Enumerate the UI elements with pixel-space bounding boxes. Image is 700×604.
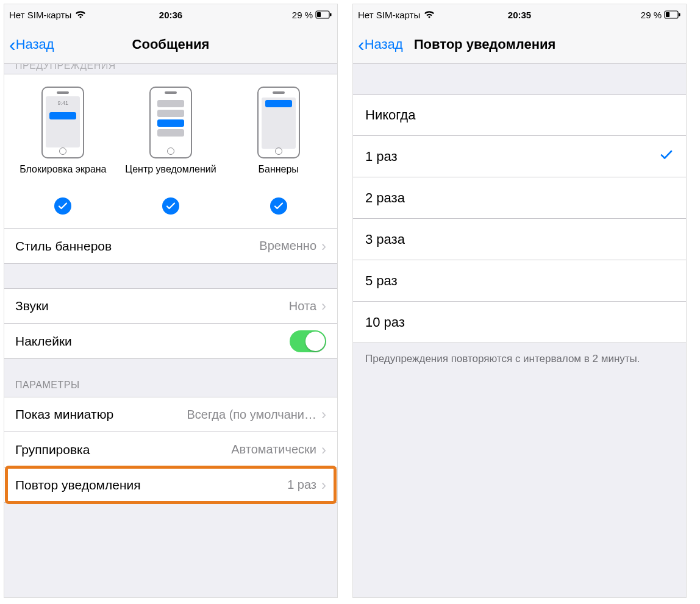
repeat-option[interactable]: Никогда bbox=[353, 94, 686, 136]
back-label: Назад bbox=[16, 37, 54, 52]
repeat-alerts-cell[interactable]: Повтор уведомления 1 раз › bbox=[4, 467, 337, 503]
params-section-header: ПАРАМЕТРЫ bbox=[4, 359, 337, 397]
lock-screen-icon: 9:41 bbox=[41, 87, 84, 158]
wifi-icon bbox=[424, 10, 435, 19]
svg-rect-4 bbox=[666, 12, 670, 17]
chevron-right-icon: › bbox=[321, 441, 326, 458]
previews-value: Всегда (по умолчани… bbox=[113, 408, 316, 422]
alert-style-center[interactable]: Центр уведомлений bbox=[117, 87, 225, 188]
banner-style-label: Стиль баннеров bbox=[15, 239, 112, 254]
mini-clock: 9:41 bbox=[58, 100, 69, 106]
alert-label-banners: Баннеры bbox=[258, 163, 298, 188]
option-label: 3 раза bbox=[365, 232, 405, 247]
alert-styles-row: 9:41 Блокировка экрана Центр уведомлений bbox=[4, 74, 337, 191]
sounds-value: Нота bbox=[49, 299, 316, 313]
repeat-option[interactable]: 1 раз bbox=[353, 136, 686, 177]
option-label: 5 раз bbox=[365, 273, 398, 289]
battery-icon bbox=[664, 10, 681, 19]
status-bar: Нет SIM-карты 20:36 29 % bbox=[4, 4, 337, 25]
svg-rect-1 bbox=[317, 12, 321, 17]
chevron-right-icon: › bbox=[321, 238, 326, 255]
chevron-left-icon: ‹ bbox=[9, 35, 16, 54]
repeat-option[interactable]: 10 раз bbox=[353, 302, 686, 343]
back-label: Назад bbox=[365, 37, 403, 52]
chevron-right-icon: › bbox=[321, 477, 326, 494]
status-time: 20:36 bbox=[159, 10, 182, 20]
alert-label-center: Центр уведомлений bbox=[125, 163, 216, 188]
previews-label: Показ миниатюр bbox=[15, 407, 113, 422]
battery-percent: 29 % bbox=[292, 10, 313, 20]
badges-toggle[interactable] bbox=[290, 330, 326, 352]
grouping-cell[interactable]: Группировка Автоматически › bbox=[4, 432, 337, 467]
option-label: 10 раз bbox=[365, 314, 405, 330]
back-button[interactable]: ‹ Назад bbox=[9, 35, 54, 54]
grouping-label: Группировка bbox=[15, 442, 90, 457]
alert-label-lock: Блокировка экрана bbox=[20, 163, 106, 188]
checkmark-icon bbox=[659, 147, 674, 166]
alert-style-banners[interactable]: Баннеры bbox=[224, 87, 332, 188]
repeat-option[interactable]: 2 раза bbox=[353, 177, 686, 219]
chevron-left-icon: ‹ bbox=[358, 35, 365, 54]
badges-cell: Наклейки bbox=[4, 324, 337, 359]
alert-checks-row bbox=[4, 191, 337, 229]
battery-icon bbox=[315, 10, 332, 19]
status-time: 20:35 bbox=[508, 10, 531, 20]
repeat-option[interactable]: 5 раз bbox=[353, 260, 686, 302]
nav-bar: ‹ Назад Сообщения bbox=[4, 25, 337, 64]
repeat-label: Повтор уведомления bbox=[15, 478, 141, 492]
banner-style-value: Временно bbox=[112, 239, 316, 253]
banner-style-cell[interactable]: Стиль баннеров Временно › bbox=[4, 229, 337, 264]
alert-style-lock[interactable]: 9:41 Блокировка экрана bbox=[9, 87, 117, 188]
option-label: 1 раз bbox=[365, 149, 398, 165]
footer-note: Предупреждения повторяются с интервалом … bbox=[353, 343, 686, 375]
previews-cell[interactable]: Показ миниатюр Всегда (по умолчани… › bbox=[4, 397, 337, 432]
banner-icon bbox=[257, 87, 300, 158]
carrier-text: Нет SIM-карты bbox=[358, 10, 420, 20]
check-lock[interactable] bbox=[54, 197, 71, 215]
back-button[interactable]: ‹ Назад bbox=[358, 35, 403, 54]
carrier-text: Нет SIM-карты bbox=[9, 10, 71, 20]
sounds-cell[interactable]: Звуки Нота › bbox=[4, 288, 337, 324]
wifi-icon bbox=[75, 10, 86, 19]
check-center[interactable] bbox=[162, 197, 179, 215]
right-screenshot: Нет SIM-карты 20:35 29 % ‹ Назад Повтор … bbox=[352, 4, 687, 598]
left-screenshot: Нет SIM-карты 20:36 29 % ‹ Назад Сообщен… bbox=[4, 4, 338, 598]
badges-label: Наклейки bbox=[15, 334, 72, 349]
sounds-label: Звуки bbox=[15, 299, 49, 313]
page-title: Сообщения bbox=[132, 37, 210, 52]
grouping-value: Автоматически bbox=[90, 442, 316, 457]
battery-percent: 29 % bbox=[641, 10, 662, 20]
repeat-value: 1 раз bbox=[141, 478, 316, 492]
notification-center-icon bbox=[149, 87, 192, 158]
chevron-right-icon: › bbox=[321, 406, 326, 423]
option-label: Никогда bbox=[365, 107, 415, 123]
svg-rect-5 bbox=[679, 13, 680, 16]
option-label: 2 раза bbox=[365, 190, 405, 206]
svg-rect-2 bbox=[330, 13, 332, 16]
nav-bar: ‹ Назад Повтор уведомления bbox=[353, 25, 686, 64]
page-title: Повтор уведомления bbox=[414, 37, 556, 52]
check-banners[interactable] bbox=[270, 197, 287, 215]
repeat-option[interactable]: 3 раза bbox=[353, 219, 686, 260]
status-bar: Нет SIM-карты 20:35 29 % bbox=[353, 4, 686, 25]
chevron-right-icon: › bbox=[321, 297, 326, 314]
